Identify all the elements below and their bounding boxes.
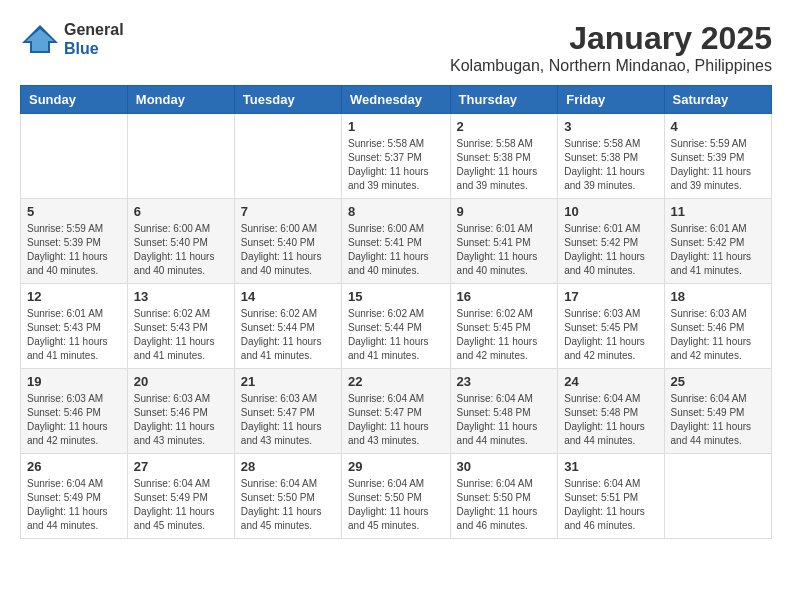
day-cell: 21Sunrise: 6:03 AMSunset: 5:47 PMDayligh… [234,369,341,454]
day-number: 17 [564,289,657,304]
week-row-3: 12Sunrise: 6:01 AMSunset: 5:43 PMDayligh… [21,284,772,369]
day-cell: 16Sunrise: 6:02 AMSunset: 5:45 PMDayligh… [450,284,558,369]
day-cell: 20Sunrise: 6:03 AMSunset: 5:46 PMDayligh… [127,369,234,454]
day-cell: 2Sunrise: 5:58 AMSunset: 5:38 PMDaylight… [450,114,558,199]
header-row: SundayMondayTuesdayWednesdayThursdayFrid… [21,86,772,114]
day-cell: 1Sunrise: 5:58 AMSunset: 5:37 PMDaylight… [342,114,451,199]
day-info: Sunrise: 6:04 AMSunset: 5:48 PMDaylight:… [564,392,657,448]
day-info: Sunrise: 6:02 AMSunset: 5:45 PMDaylight:… [457,307,552,363]
day-cell: 6Sunrise: 6:00 AMSunset: 5:40 PMDaylight… [127,199,234,284]
day-number: 25 [671,374,765,389]
day-number: 6 [134,204,228,219]
day-info: Sunrise: 6:04 AMSunset: 5:49 PMDaylight:… [27,477,121,533]
logo-general: General [64,20,124,39]
logo: General Blue [20,20,124,58]
day-info: Sunrise: 5:58 AMSunset: 5:37 PMDaylight:… [348,137,444,193]
day-number: 9 [457,204,552,219]
title-section: January 2025 Kolambugan, Northern Mindan… [450,20,772,75]
day-info: Sunrise: 5:59 AMSunset: 5:39 PMDaylight:… [671,137,765,193]
day-cell: 17Sunrise: 6:03 AMSunset: 5:45 PMDayligh… [558,284,664,369]
day-info: Sunrise: 6:04 AMSunset: 5:49 PMDaylight:… [671,392,765,448]
day-cell [21,114,128,199]
week-row-2: 5Sunrise: 5:59 AMSunset: 5:39 PMDaylight… [21,199,772,284]
calendar-body: 1Sunrise: 5:58 AMSunset: 5:37 PMDaylight… [21,114,772,539]
day-info: Sunrise: 6:04 AMSunset: 5:48 PMDaylight:… [457,392,552,448]
day-header-monday: Monday [127,86,234,114]
day-number: 11 [671,204,765,219]
day-info: Sunrise: 6:02 AMSunset: 5:44 PMDaylight:… [348,307,444,363]
day-number: 1 [348,119,444,134]
day-info: Sunrise: 6:03 AMSunset: 5:45 PMDaylight:… [564,307,657,363]
day-cell: 18Sunrise: 6:03 AMSunset: 5:46 PMDayligh… [664,284,771,369]
day-cell: 9Sunrise: 6:01 AMSunset: 5:41 PMDaylight… [450,199,558,284]
day-number: 26 [27,459,121,474]
day-number: 7 [241,204,335,219]
day-header-tuesday: Tuesday [234,86,341,114]
day-number: 13 [134,289,228,304]
calendar-table: SundayMondayTuesdayWednesdayThursdayFrid… [20,85,772,539]
day-number: 28 [241,459,335,474]
day-cell [234,114,341,199]
day-cell: 5Sunrise: 5:59 AMSunset: 5:39 PMDaylight… [21,199,128,284]
day-cell: 3Sunrise: 5:58 AMSunset: 5:38 PMDaylight… [558,114,664,199]
logo-blue: Blue [64,39,124,58]
day-header-sunday: Sunday [21,86,128,114]
page-title: January 2025 [450,20,772,57]
day-info: Sunrise: 6:03 AMSunset: 5:46 PMDaylight:… [27,392,121,448]
day-info: Sunrise: 5:58 AMSunset: 5:38 PMDaylight:… [457,137,552,193]
day-number: 4 [671,119,765,134]
day-number: 12 [27,289,121,304]
day-info: Sunrise: 6:04 AMSunset: 5:50 PMDaylight:… [241,477,335,533]
day-number: 14 [241,289,335,304]
day-number: 22 [348,374,444,389]
calendar-header: SundayMondayTuesdayWednesdayThursdayFrid… [21,86,772,114]
day-info: Sunrise: 6:01 AMSunset: 5:41 PMDaylight:… [457,222,552,278]
day-cell: 31Sunrise: 6:04 AMSunset: 5:51 PMDayligh… [558,454,664,539]
day-info: Sunrise: 6:03 AMSunset: 5:46 PMDaylight:… [671,307,765,363]
day-info: Sunrise: 6:04 AMSunset: 5:51 PMDaylight:… [564,477,657,533]
day-cell: 14Sunrise: 6:02 AMSunset: 5:44 PMDayligh… [234,284,341,369]
day-cell: 26Sunrise: 6:04 AMSunset: 5:49 PMDayligh… [21,454,128,539]
day-cell: 8Sunrise: 6:00 AMSunset: 5:41 PMDaylight… [342,199,451,284]
day-number: 3 [564,119,657,134]
day-number: 23 [457,374,552,389]
day-info: Sunrise: 6:04 AMSunset: 5:50 PMDaylight:… [348,477,444,533]
day-cell: 15Sunrise: 6:02 AMSunset: 5:44 PMDayligh… [342,284,451,369]
page-header: General Blue January 2025 Kolambugan, No… [20,20,772,75]
day-info: Sunrise: 6:03 AMSunset: 5:47 PMDaylight:… [241,392,335,448]
day-number: 18 [671,289,765,304]
day-cell [127,114,234,199]
day-number: 19 [27,374,121,389]
week-row-4: 19Sunrise: 6:03 AMSunset: 5:46 PMDayligh… [21,369,772,454]
day-header-friday: Friday [558,86,664,114]
day-info: Sunrise: 6:03 AMSunset: 5:46 PMDaylight:… [134,392,228,448]
day-cell: 25Sunrise: 6:04 AMSunset: 5:49 PMDayligh… [664,369,771,454]
day-number: 24 [564,374,657,389]
day-number: 2 [457,119,552,134]
day-cell: 24Sunrise: 6:04 AMSunset: 5:48 PMDayligh… [558,369,664,454]
day-cell: 7Sunrise: 6:00 AMSunset: 5:40 PMDaylight… [234,199,341,284]
week-row-5: 26Sunrise: 6:04 AMSunset: 5:49 PMDayligh… [21,454,772,539]
day-info: Sunrise: 5:58 AMSunset: 5:38 PMDaylight:… [564,137,657,193]
day-cell: 29Sunrise: 6:04 AMSunset: 5:50 PMDayligh… [342,454,451,539]
day-info: Sunrise: 5:59 AMSunset: 5:39 PMDaylight:… [27,222,121,278]
day-number: 10 [564,204,657,219]
day-cell: 12Sunrise: 6:01 AMSunset: 5:43 PMDayligh… [21,284,128,369]
day-number: 29 [348,459,444,474]
day-number: 31 [564,459,657,474]
day-info: Sunrise: 6:02 AMSunset: 5:43 PMDaylight:… [134,307,228,363]
day-header-wednesday: Wednesday [342,86,451,114]
day-cell: 22Sunrise: 6:04 AMSunset: 5:47 PMDayligh… [342,369,451,454]
day-cell: 11Sunrise: 6:01 AMSunset: 5:42 PMDayligh… [664,199,771,284]
page-subtitle: Kolambugan, Northern Mindanao, Philippin… [450,57,772,75]
day-number: 20 [134,374,228,389]
day-number: 30 [457,459,552,474]
logo-icon [20,25,60,53]
day-info: Sunrise: 6:00 AMSunset: 5:40 PMDaylight:… [134,222,228,278]
day-info: Sunrise: 6:04 AMSunset: 5:47 PMDaylight:… [348,392,444,448]
day-info: Sunrise: 6:01 AMSunset: 5:42 PMDaylight:… [671,222,765,278]
day-info: Sunrise: 6:02 AMSunset: 5:44 PMDaylight:… [241,307,335,363]
day-cell: 13Sunrise: 6:02 AMSunset: 5:43 PMDayligh… [127,284,234,369]
day-cell: 28Sunrise: 6:04 AMSunset: 5:50 PMDayligh… [234,454,341,539]
day-info: Sunrise: 6:01 AMSunset: 5:42 PMDaylight:… [564,222,657,278]
